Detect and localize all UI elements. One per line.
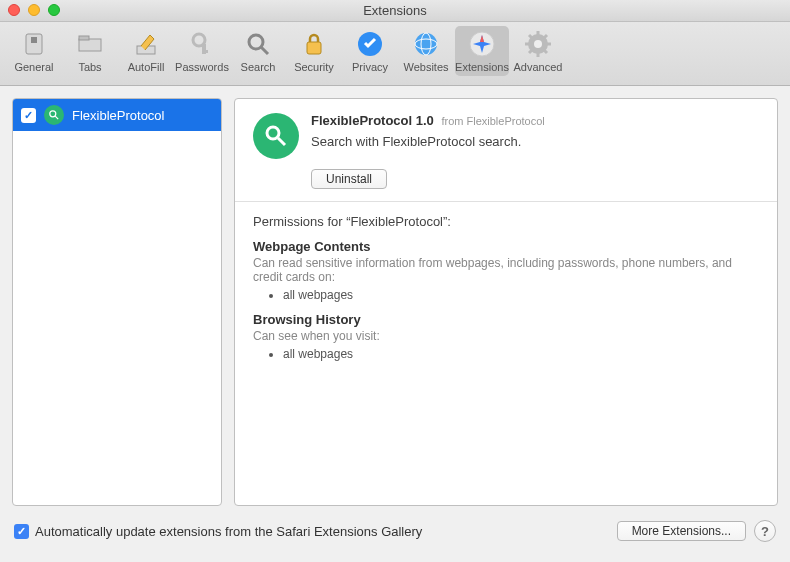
svg-line-29 <box>55 116 58 119</box>
more-extensions-button[interactable]: More Extensions... <box>617 521 746 541</box>
permissions-section: Permissions for “FlexibleProtocol”: Webp… <box>235 202 777 381</box>
detail-title-row: FlexibleProtocol 1.0 from FlexibleProtoc… <box>311 113 545 128</box>
extension-detail-pane: FlexibleProtocol 1.0 from FlexibleProtoc… <box>234 98 778 506</box>
permissions-heading: Permissions for “FlexibleProtocol”: <box>253 214 759 229</box>
extensions-sidebar: ✓ FlexibleProtocol <box>12 98 222 506</box>
svg-line-31 <box>278 138 285 145</box>
perm-bullet: all webpages <box>283 347 759 361</box>
preferences-toolbar: General Tabs AutoFill Passwords Search S… <box>0 22 790 86</box>
minimize-icon[interactable] <box>28 4 40 16</box>
tabs-icon <box>63 28 117 60</box>
websites-icon <box>399 28 453 60</box>
privacy-icon <box>343 28 397 60</box>
toolbar-general[interactable]: General <box>7 26 61 76</box>
perm-list-webpage: all webpages <box>283 288 759 302</box>
extension-icon <box>44 105 64 125</box>
zoom-icon[interactable] <box>48 4 60 16</box>
svg-rect-10 <box>307 42 321 54</box>
help-button[interactable]: ? <box>754 520 776 542</box>
svg-line-27 <box>544 35 547 38</box>
extension-detail-icon <box>253 113 299 159</box>
svg-line-25 <box>544 50 547 53</box>
extensions-icon <box>455 28 509 60</box>
close-icon[interactable] <box>8 4 20 16</box>
sidebar-item-flexibleprotocol[interactable]: ✓ FlexibleProtocol <box>13 99 221 131</box>
svg-rect-1 <box>31 37 37 43</box>
svg-point-12 <box>415 33 437 55</box>
perm-heading-webpage: Webpage Contents <box>253 239 759 254</box>
auto-update-checkbox[interactable]: ✓ <box>14 524 29 539</box>
sidebar-item-label: FlexibleProtocol <box>72 108 165 123</box>
uninstall-button[interactable]: Uninstall <box>311 169 387 189</box>
perm-sub-history: Can see when you visit: <box>253 329 759 343</box>
toolbar-extensions[interactable]: Extensions <box>455 26 509 76</box>
search-icon <box>231 28 285 60</box>
main-area: ✓ FlexibleProtocol FlexibleProtocol 1.0 … <box>0 86 790 506</box>
titlebar[interactable]: Extensions <box>0 0 790 22</box>
svg-rect-7 <box>204 50 208 53</box>
detail-header: FlexibleProtocol 1.0 from FlexibleProtoc… <box>235 99 777 169</box>
security-icon <box>287 28 341 60</box>
svg-line-24 <box>529 35 532 38</box>
extension-description: Search with FlexibleProtocol search. <box>311 134 545 149</box>
general-icon <box>7 28 61 60</box>
toolbar-privacy[interactable]: Privacy <box>343 26 397 76</box>
perm-heading-history: Browsing History <box>253 312 759 327</box>
perm-list-history: all webpages <box>283 347 759 361</box>
extension-from: from FlexibleProtocol <box>441 115 544 127</box>
svg-line-26 <box>529 50 532 53</box>
footer: ✓ Automatically update extensions from t… <box>0 506 790 556</box>
svg-line-9 <box>261 47 268 54</box>
toolbar-tabs[interactable]: Tabs <box>63 26 117 76</box>
toolbar-search[interactable]: Search <box>231 26 285 76</box>
toolbar-advanced[interactable]: Advanced <box>511 26 565 76</box>
svg-rect-2 <box>79 39 101 51</box>
window-controls <box>8 4 60 16</box>
svg-point-28 <box>50 111 56 117</box>
perm-sub-webpage: Can read sensitive information from webp… <box>253 256 759 284</box>
svg-point-19 <box>534 40 542 48</box>
extension-enabled-checkbox[interactable]: ✓ <box>21 108 36 123</box>
window-title: Extensions <box>363 3 427 18</box>
toolbar-security[interactable]: Security <box>287 26 341 76</box>
passwords-icon <box>175 28 229 60</box>
svg-point-30 <box>267 127 279 139</box>
toolbar-websites[interactable]: Websites <box>399 26 453 76</box>
autofill-icon <box>119 28 173 60</box>
svg-point-8 <box>249 35 263 49</box>
auto-update-label: Automatically update extensions from the… <box>35 524 422 539</box>
advanced-icon <box>511 28 565 60</box>
perm-bullet: all webpages <box>283 288 759 302</box>
toolbar-passwords[interactable]: Passwords <box>175 26 229 76</box>
svg-rect-3 <box>79 36 89 40</box>
toolbar-autofill[interactable]: AutoFill <box>119 26 173 76</box>
extension-title: FlexibleProtocol 1.0 <box>311 113 434 128</box>
